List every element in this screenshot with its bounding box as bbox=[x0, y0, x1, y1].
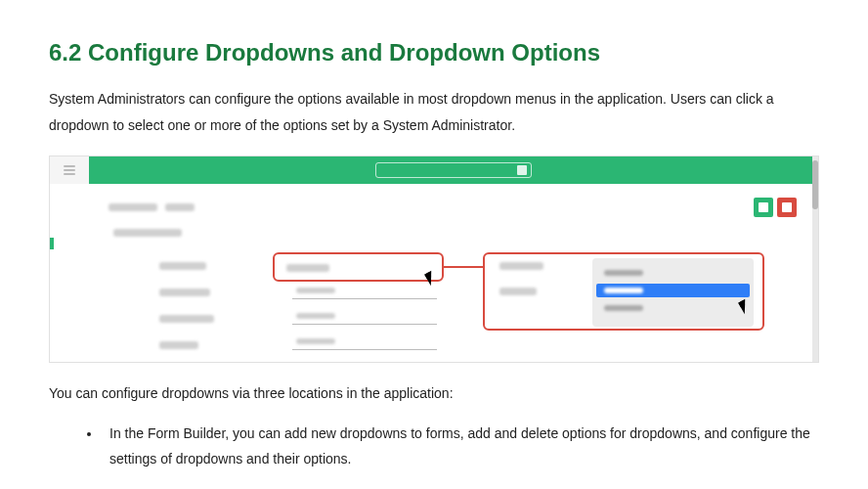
hamburger-icon bbox=[64, 165, 75, 175]
dropdown-open bbox=[592, 258, 754, 327]
figure-topbar bbox=[50, 156, 818, 184]
cancel-icon bbox=[777, 198, 797, 217]
list-item: In the Form Builder, you can add new dro… bbox=[102, 421, 819, 472]
side-labels bbox=[113, 229, 182, 237]
section-heading: 6.2 Configure Dropdowns and Dropdown Opt… bbox=[49, 39, 819, 67]
breadcrumb-placeholder bbox=[108, 203, 195, 211]
callout-connector bbox=[444, 266, 483, 268]
search-button-icon bbox=[517, 165, 527, 175]
figure-scrollbar bbox=[812, 156, 818, 362]
input-placeholder bbox=[292, 333, 437, 350]
figure-greenbar bbox=[89, 156, 818, 184]
zoom-labels bbox=[499, 262, 543, 295]
field-inputs-col bbox=[292, 282, 437, 350]
input-placeholder bbox=[292, 282, 437, 299]
list-intro: You can configure dropdowns via three lo… bbox=[49, 380, 819, 407]
callout-box-left bbox=[273, 252, 444, 282]
callout-text-placeholder bbox=[286, 264, 329, 272]
action-buttons bbox=[754, 198, 797, 217]
confirm-icon bbox=[754, 198, 773, 217]
input-placeholder bbox=[292, 307, 437, 325]
bullet-list: In the Form Builder, you can add new dro… bbox=[49, 421, 819, 472]
intro-paragraph: System Administrators can configure the … bbox=[49, 86, 819, 138]
figure-body bbox=[50, 184, 812, 362]
field-labels-col bbox=[159, 262, 214, 349]
scroll-thumb bbox=[812, 160, 818, 209]
dropdown-option-selected bbox=[596, 284, 750, 297]
dropdown-option bbox=[600, 266, 746, 280]
dropdown-option bbox=[600, 301, 746, 315]
menu-corner bbox=[50, 156, 89, 184]
screenshot-figure bbox=[49, 156, 819, 363]
active-tab-indicator bbox=[50, 238, 54, 249]
search-box-placeholder bbox=[375, 162, 532, 178]
